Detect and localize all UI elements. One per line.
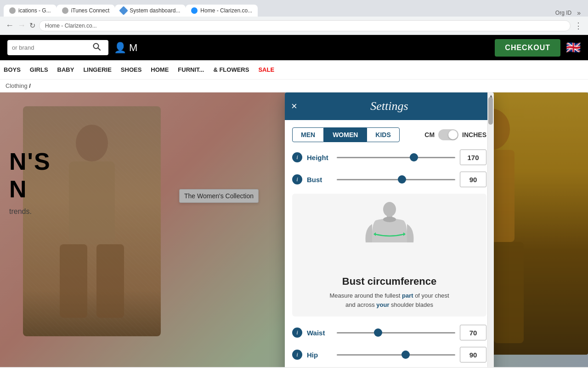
tab-men[interactable]: MEN bbox=[292, 127, 324, 142]
unit-inches-label: INCHES bbox=[462, 131, 486, 138]
search-input[interactable] bbox=[12, 44, 90, 51]
bust-circumference-description: Measure around the fullest part of your … bbox=[329, 291, 449, 309]
hip-slider[interactable] bbox=[337, 350, 455, 359]
bust-circumference-title: Bust circumference bbox=[342, 276, 436, 288]
tab-label: iTunes Connect bbox=[71, 7, 110, 14]
breadcrumb-separator: / bbox=[29, 82, 31, 89]
main-content-area: N'S N trends. The Women's Collection × S… bbox=[0, 92, 588, 367]
refresh-btn[interactable]: ↻ bbox=[29, 21, 35, 30]
waist-info-icon[interactable]: i bbox=[292, 328, 302, 338]
tab-label: ications - G... bbox=[18, 7, 51, 14]
hip-info-icon[interactable]: i bbox=[292, 350, 302, 360]
height-slider[interactable] bbox=[337, 153, 455, 162]
height-measurement-row: i Height bbox=[292, 150, 486, 165]
waist-input[interactable] bbox=[460, 325, 486, 340]
modal-header: × Settings bbox=[285, 92, 494, 120]
scroll-thumb[interactable] bbox=[488, 97, 493, 125]
hip-measurement-row: i Hip bbox=[292, 347, 486, 362]
nav-furniture[interactable]: FURNIT... bbox=[178, 66, 204, 73]
breadcrumb: Clothing / bbox=[0, 80, 588, 92]
user-icon[interactable]: 👤 M bbox=[114, 42, 137, 54]
nav-home[interactable]: HOME bbox=[151, 66, 169, 73]
unit-cm-label: CM bbox=[424, 131, 435, 138]
tab-kids[interactable]: KIDS bbox=[367, 127, 399, 142]
modal-body: MEN WOMEN KIDS CM INCHES i Height bbox=[285, 120, 494, 367]
settings-modal: × Settings MEN WOMEN KIDS CM INCHES i bbox=[285, 92, 494, 367]
svg-line-1 bbox=[98, 48, 100, 50]
checkout-button[interactable]: CHECKOUT bbox=[495, 39, 560, 57]
waist-slider-thumb[interactable] bbox=[374, 328, 382, 337]
breadcrumb-clothing[interactable]: Clothing bbox=[6, 82, 28, 89]
site-header: 👤 M CHECKOUT 🇬🇧 bbox=[0, 35, 588, 60]
nav-flowers[interactable]: & FLOWERS bbox=[213, 66, 249, 73]
bust-label: Bust bbox=[307, 176, 332, 184]
svg-point-12 bbox=[383, 217, 396, 222]
bust-slider[interactable] bbox=[337, 175, 455, 184]
tab-system-dashboard[interactable]: System dashboard... bbox=[115, 5, 186, 17]
bust-desc-highlight-your: your bbox=[376, 301, 389, 308]
browser-address-bar: ← → ↻ Home - Clarizen.co... ⋮ bbox=[0, 17, 588, 35]
bust-desc-highlight-part: part bbox=[402, 292, 413, 299]
tab-label: System dashboard... bbox=[130, 7, 180, 14]
unit-toggle-switch[interactable] bbox=[438, 129, 458, 140]
bust-measurement-row: i Bust bbox=[292, 172, 486, 187]
clarizen-icon bbox=[191, 7, 198, 14]
bust-slider-track bbox=[337, 179, 455, 180]
forward-btn[interactable]: → bbox=[17, 21, 26, 30]
hip-slider-thumb[interactable] bbox=[401, 351, 410, 359]
nav-boys[interactable]: BOYS bbox=[4, 66, 21, 73]
search-button[interactable] bbox=[93, 43, 101, 52]
height-input[interactable] bbox=[460, 150, 486, 165]
hip-label: Hip bbox=[307, 351, 332, 359]
org-id-label: Org ID bbox=[555, 10, 571, 16]
url-bar[interactable]: Home - Clarizen.co... bbox=[39, 20, 571, 31]
nav-girls[interactable]: GIRLS bbox=[30, 66, 48, 73]
gender-tab-group: MEN WOMEN KIDS CM INCHES bbox=[292, 127, 486, 142]
bust-slider-thumb[interactable] bbox=[398, 175, 406, 184]
bust-info-icon[interactable]: i bbox=[292, 174, 302, 184]
bust-input[interactable] bbox=[460, 172, 486, 187]
waist-slider[interactable] bbox=[337, 328, 455, 337]
bust-diagram-section: Bust circumference Measure around the fu… bbox=[292, 194, 486, 316]
tab-women[interactable]: WOMEN bbox=[324, 127, 367, 142]
tab-label: Home - Clarizen.co... bbox=[200, 7, 252, 14]
nav-baby[interactable]: BABY bbox=[57, 66, 74, 73]
height-label: Height bbox=[307, 154, 332, 161]
height-info-icon[interactable]: i bbox=[292, 152, 302, 162]
hip-input[interactable] bbox=[460, 347, 486, 362]
modal-close-button[interactable]: × bbox=[291, 101, 297, 111]
more-tabs-btn[interactable]: » bbox=[577, 9, 581, 17]
body-figure-svg bbox=[362, 201, 417, 270]
search-box[interactable] bbox=[7, 40, 108, 55]
language-flag[interactable]: 🇬🇧 bbox=[566, 40, 581, 55]
nav-lingerie[interactable]: LINGERIE bbox=[83, 66, 111, 73]
back-btn[interactable]: ← bbox=[6, 21, 14, 30]
tab-itunes[interactable]: iTunes Connect bbox=[57, 5, 115, 17]
modal-title: Settings bbox=[370, 99, 408, 113]
diamond-icon bbox=[119, 6, 128, 15]
waist-measurement-row: i Waist bbox=[292, 325, 486, 340]
waist-slider-track bbox=[337, 332, 455, 334]
apple-icon bbox=[62, 7, 68, 14]
hip-slider-track bbox=[337, 354, 455, 356]
nav-shoes[interactable]: SHOES bbox=[121, 66, 142, 73]
browser-tabs: ications - G... iTunes Connect System da… bbox=[0, 0, 588, 17]
unit-toggle-group: CM INCHES bbox=[424, 129, 486, 140]
navigation-bar: BOYS GIRLS BABY LINGERIE SHOES HOME FURN… bbox=[0, 60, 588, 80]
nav-sale[interactable]: SALE bbox=[258, 66, 274, 73]
height-slider-track bbox=[337, 157, 455, 158]
tab-home-clarizen[interactable]: Home - Clarizen.co... bbox=[186, 5, 258, 17]
tab-notifications[interactable]: ications - G... bbox=[4, 5, 57, 17]
height-slider-thumb[interactable] bbox=[410, 153, 418, 161]
waist-label: Waist bbox=[307, 329, 332, 337]
toggle-knob bbox=[448, 130, 458, 139]
more-options-btn[interactable]: ⋮ bbox=[574, 21, 582, 31]
svg-point-10 bbox=[383, 202, 396, 217]
modal-scrollbar[interactable]: ▲ ▼ bbox=[487, 92, 494, 367]
